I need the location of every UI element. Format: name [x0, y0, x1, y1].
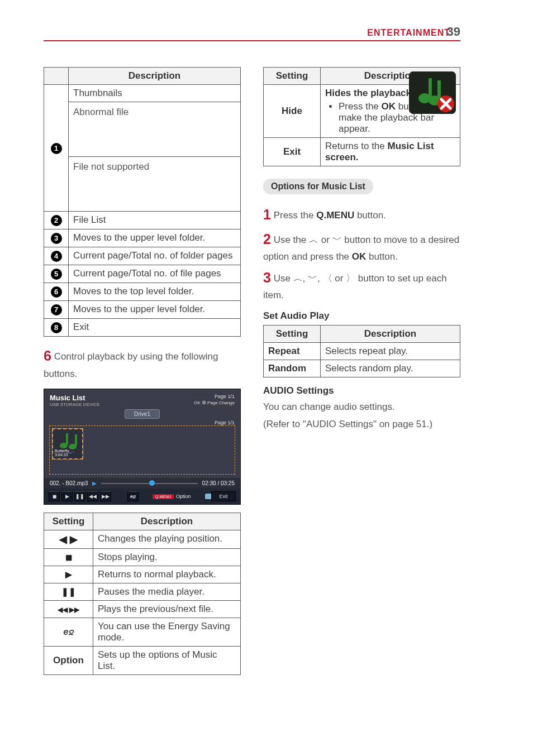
- file-not-supported-label: File not supported: [73, 160, 180, 173]
- table-row: File not supported: [44, 157, 241, 212]
- audio-settings-line2: (Refer to "AUDIO Settings" on page 51.): [263, 417, 460, 432]
- audio-settings-line1: You can change audio settings.: [263, 400, 460, 414]
- option-label: Option: [44, 647, 93, 675]
- table-row: ◀ ▶ Changes the playing position.: [44, 530, 241, 549]
- num-badge-4: 4: [51, 251, 62, 262]
- table-row: 4 Current page/Total no. of folder pages: [44, 247, 241, 265]
- desc-cell: Current page/Total no. of folder pages: [69, 247, 241, 265]
- table-row: Random Selects random play.: [264, 360, 460, 377]
- num-badge-3: 3: [51, 233, 62, 244]
- playback-button-bar: ◼ ▶ ❚❚ ◀◀ ▶▶ eꭥ Q.MENU Option Hide Exit: [44, 489, 240, 504]
- playback-controls-table: Setting Description ◀ ▶ Changes the play…: [44, 513, 241, 675]
- play-icon: ▶: [65, 570, 72, 579]
- playback-title: Music List: [50, 394, 100, 402]
- play-icon: ▶: [92, 480, 97, 486]
- exit-button[interactable]: Exit: [211, 491, 236, 501]
- hide-label: Hide: [264, 85, 321, 138]
- pause-button[interactable]: ❚❚: [74, 491, 85, 501]
- desc-cell: Plays the previous/next file.: [93, 601, 241, 618]
- desc-cell: Exit: [69, 319, 241, 337]
- pause-icon: ❚❚: [61, 587, 76, 596]
- music-note-icon: [53, 429, 84, 451]
- stop-icon: ◼: [65, 552, 72, 562]
- desc-cell: Pauses the media player.: [93, 583, 241, 601]
- table-row: 5 Current page/Total no. of file pages: [44, 265, 241, 283]
- table-row: 6 Moves to the top level folder.: [44, 283, 241, 301]
- playback-scrubber[interactable]: [101, 483, 197, 484]
- set-audio-play-heading: Set Audio Play: [263, 310, 460, 322]
- down-icon: ﹀: [332, 235, 342, 245]
- table-row: Exit Returns to the Music List screen.: [264, 138, 460, 166]
- audio-settings-heading: AUDIO Settings: [263, 385, 460, 396]
- table-row: Abnormal file: [44, 102, 241, 157]
- playback-drive[interactable]: Drive1: [125, 409, 160, 419]
- option-label: Option: [176, 494, 191, 499]
- desc-cell: Changes the playing position.: [93, 530, 241, 549]
- music-note-unsupported-icon: [408, 70, 457, 115]
- rewind-button[interactable]: ◀◀: [87, 491, 98, 501]
- table-row: ▶ Returns to normal playback.: [44, 566, 241, 583]
- playback-now-playing: 002. - B02.mp3 ▶ 02:30 / 03:25: [44, 478, 240, 489]
- desc-cell: Moves to the upper level folder.: [69, 301, 241, 319]
- num-badge-6: 6: [51, 286, 62, 298]
- desc-cell: Selects repeat play.: [321, 342, 460, 360]
- seek-icons: ◀ ▶: [59, 534, 78, 545]
- he-header-setting: Setting: [264, 68, 321, 85]
- random-label: Random: [264, 360, 321, 377]
- playback-track: 002. - B02.mp3: [50, 480, 88, 486]
- desc-cell: Current page/Total no. of file pages: [69, 265, 241, 283]
- sap-header-setting: Setting: [264, 325, 321, 342]
- playback-file-page: Page 1/1: [215, 420, 235, 425]
- energy-saving-button[interactable]: eꭥ: [127, 491, 139, 501]
- table-row: 1 Thumbnails: [44, 85, 241, 102]
- step-number: 6: [44, 348, 51, 363]
- page-number: 39: [447, 25, 460, 39]
- option-group[interactable]: Q.MENU Option: [153, 494, 191, 499]
- playback-item[interactable]: Butterfly_... 3:04:33: [52, 428, 83, 460]
- exit-desc: Returns to the Music List screen.: [321, 138, 460, 166]
- items-table-header-blank: [44, 68, 69, 85]
- playback-folder-page: Page 1/1: [194, 394, 235, 399]
- right-column: Setting Description Hide Hides the playb…: [263, 67, 460, 675]
- playback-subtitle: USB STORAGE DEVICE: [50, 402, 100, 407]
- section-title: ENTERTAINMENT: [367, 28, 450, 37]
- pb-table-header-setting: Setting: [44, 513, 93, 530]
- table-row: 7 Moves to the upper level folder.: [44, 301, 241, 319]
- step-6: 6 Control playback by using the followin…: [44, 346, 241, 381]
- energy-saving-icon: eꭥ: [63, 626, 73, 637]
- table-row: 3 Moves to the upper level folder.: [44, 229, 241, 247]
- table-row: Option Sets up the options of Music List…: [44, 647, 241, 675]
- num-badge-5: 5: [51, 269, 62, 280]
- option-step-2: 2 Use the ︿ or ﹀ button to move to a des…: [263, 229, 460, 264]
- down-icon: ﹀: [308, 273, 317, 284]
- table-row: ◀◀ ▶▶ Plays the previous/next file.: [44, 601, 241, 618]
- playback-grid: Butterfly_... 3:04:33: [49, 425, 235, 475]
- step-text: Control playback by using the following …: [44, 351, 218, 379]
- qmenu-badge: Q.MENU: [153, 494, 174, 499]
- left-column: Description 1 Thumbnails Abnormal file: [44, 67, 241, 675]
- table-row: eꭥ You can use the Energy Saving mode.: [44, 618, 241, 647]
- thumbnails-cell: Thumbnails: [69, 85, 241, 102]
- left-icon: 〈: [323, 273, 332, 284]
- pb-table-header-desc: Description: [93, 513, 241, 530]
- abnormal-file-label: Abnormal file: [73, 105, 180, 118]
- desc-cell: Selects random play.: [321, 360, 460, 377]
- sap-header-desc: Description: [321, 325, 460, 342]
- desc-cell: Moves to the upper level folder.: [69, 229, 241, 247]
- num-badge-1: 1: [51, 143, 62, 154]
- desc-cell: File List: [69, 212, 241, 229]
- table-row: ◼ Stops playing.: [44, 549, 241, 566]
- desc-cell: Moves to the top level folder.: [69, 283, 241, 301]
- forward-button[interactable]: ▶▶: [100, 491, 111, 501]
- items-table-header-desc: Description: [69, 68, 241, 85]
- playback-ok-hint: OK ⦿ Page Change: [194, 400, 235, 405]
- stop-button[interactable]: ◼: [49, 491, 60, 501]
- items-description-table: Description 1 Thumbnails Abnormal file: [44, 67, 241, 337]
- header-bar: ENTERTAINMENT: [44, 28, 460, 41]
- options-music-list-heading: Options for Music List: [263, 179, 373, 194]
- table-row: 8 Exit: [44, 319, 241, 337]
- option-step-3: 3 Use ︿, ﹀, 〈 or 〉 button to set up each…: [263, 267, 460, 303]
- table-row: Repeat Selects repeat play.: [264, 342, 460, 360]
- playback-item-duration: 3:04:33: [55, 453, 74, 457]
- play-button[interactable]: ▶: [61, 491, 73, 501]
